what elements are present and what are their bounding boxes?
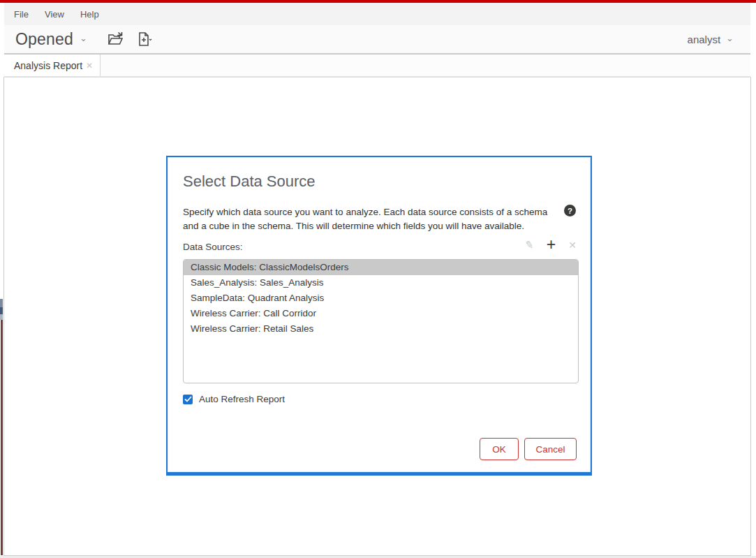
opened-dropdown[interactable]: Opened ⌄ bbox=[15, 30, 87, 49]
opened-label: Opened bbox=[15, 30, 73, 49]
dialog-title: Select Data Source bbox=[183, 172, 316, 191]
select-data-source-dialog: Select Data Source Specify which data so… bbox=[166, 156, 592, 476]
menu-help[interactable]: Help bbox=[80, 9, 99, 20]
new-report-button[interactable] bbox=[135, 31, 154, 47]
tab-label: Analysis Report bbox=[14, 60, 82, 71]
chevron-down-icon: ⌄ bbox=[80, 34, 87, 43]
user-label: analyst bbox=[688, 34, 721, 45]
list-item[interactable]: SampleData: Quadrant Analysis bbox=[184, 291, 578, 306]
list-item[interactable]: Wireless Carrier: Retail Sales bbox=[184, 321, 578, 337]
dialog-description: Specify which data source you want to an… bbox=[183, 205, 549, 233]
background-window-edge bbox=[1, 320, 3, 555]
open-report-button[interactable] bbox=[107, 31, 125, 47]
data-source-list: Classic Models: ClassicModelsOrders Sale… bbox=[183, 259, 579, 383]
menu-view[interactable]: View bbox=[45, 9, 64, 20]
tab-bar: Analysis Report ✕ bbox=[4, 54, 750, 77]
edit-icon[interactable]: ✎ bbox=[524, 238, 535, 252]
list-item[interactable]: Classic Models: ClassicModelsOrders bbox=[184, 260, 578, 275]
help-icon[interactable]: ? bbox=[564, 205, 576, 216]
auto-refresh-checkbox[interactable] bbox=[183, 395, 193, 404]
background-window-fragment bbox=[0, 299, 3, 307]
checkmark-icon bbox=[184, 396, 192, 402]
auto-refresh-label: Auto Refresh Report bbox=[199, 394, 285, 404]
toolbar: Opened ⌄ analyst ⌄ bbox=[4, 25, 750, 54]
remove-icon[interactable]: ✕ bbox=[568, 240, 577, 251]
user-menu[interactable]: analyst ⌄ bbox=[688, 34, 734, 45]
list-item[interactable]: Wireless Carrier: Call Corridor bbox=[184, 306, 578, 321]
tab-analysis-report[interactable]: Analysis Report ✕ bbox=[4, 54, 101, 76]
folder-open-icon bbox=[108, 32, 124, 46]
add-icon[interactable]: + bbox=[547, 237, 556, 253]
menu-bar: File View Help bbox=[4, 3, 750, 25]
background-window-fragment bbox=[0, 307, 3, 314]
background-window-fragment bbox=[0, 314, 3, 320]
chevron-down-icon: ⌄ bbox=[726, 34, 734, 43]
cancel-button[interactable]: Cancel bbox=[524, 438, 577, 460]
close-icon[interactable]: ✕ bbox=[86, 61, 93, 71]
new-document-icon bbox=[137, 31, 152, 47]
menu-file[interactable]: File bbox=[14, 9, 29, 20]
data-sources-label: Data Sources: bbox=[183, 242, 243, 252]
list-item[interactable]: Sales_Analysis: Sales_Analysis bbox=[184, 275, 578, 291]
ok-button[interactable]: OK bbox=[480, 438, 519, 460]
